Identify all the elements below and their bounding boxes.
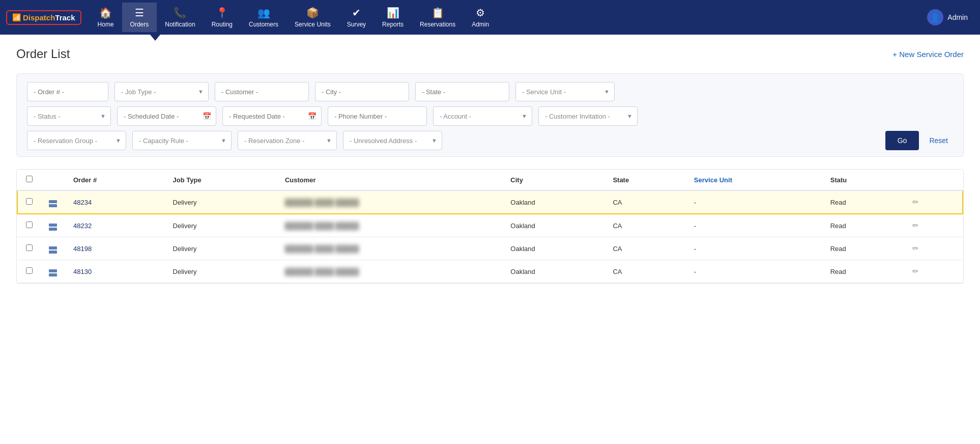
state-input[interactable] — [415, 82, 509, 101]
customers-icon: 👥 — [257, 7, 270, 19]
edit-icon[interactable]: ✏ — [912, 198, 919, 206]
service-units-icon: 📦 — [306, 7, 319, 19]
row-state: CA — [604, 214, 685, 237]
actions-header — [904, 170, 963, 190]
service-unit-select[interactable]: - Service Unit - — [515, 82, 615, 101]
nav-routing-label: Routing — [212, 21, 233, 28]
customer-input[interactable] — [215, 82, 309, 101]
reset-button[interactable]: Reset — [924, 132, 953, 149]
row-status: Read — [822, 190, 904, 214]
row-state: CA — [604, 260, 685, 283]
nav-survey-label: Survey — [347, 21, 366, 28]
nav-home[interactable]: 🏠 Home — [90, 3, 122, 32]
page-title: Order List — [16, 47, 70, 61]
admin-avatar: 👤 — [927, 9, 943, 25]
logo-text: DispatchTrack — [23, 13, 75, 22]
nav-notification[interactable]: 📞 Notification — [157, 3, 203, 32]
reservation-zone-select[interactable]: - Reservation Zone - — [238, 131, 337, 150]
row-edit-cell: ✏ — [904, 214, 963, 237]
row-icon-cell — [41, 237, 65, 260]
nav-survey[interactable]: ✔ Survey — [339, 3, 374, 32]
nav-reservations[interactable]: 📋 Reservations — [412, 3, 464, 32]
nav-service-units[interactable]: 📦 Service Units — [286, 3, 339, 32]
row-status: Read — [822, 214, 904, 237]
row-order-num[interactable]: 48130 — [65, 260, 165, 283]
order-number-input[interactable] — [27, 82, 108, 101]
survey-icon: ✔ — [352, 7, 361, 19]
nav-reports-label: Reports — [382, 21, 403, 28]
edit-icon[interactable]: ✏ — [912, 267, 919, 275]
scheduled-date-wrapper: 📅 — [117, 106, 216, 126]
row-status: Read — [822, 260, 904, 283]
page-header: Order List + New Service Order — [16, 47, 964, 61]
service-unit-wrapper: - Service Unit - ▼ — [515, 82, 615, 101]
row-customer: ██████ ████ █████ — [277, 214, 502, 237]
order-detail-icon[interactable] — [49, 246, 57, 254]
unresolved-address-select[interactable]: - Unresolved Address - — [343, 131, 442, 150]
row-checkbox-3[interactable] — [26, 267, 33, 274]
nav-reports[interactable]: 📊 Reports — [374, 3, 412, 32]
job-type-select[interactable]: - Job Type - — [114, 82, 209, 101]
logo[interactable]: 📶 DispatchTrack — [6, 10, 81, 25]
nav-routing[interactable]: 📍 Routing — [204, 3, 241, 32]
select-all-checkbox[interactable] — [26, 176, 33, 182]
filter-row-1: - Job Type - ▼ - Service Unit - ▼ — [27, 82, 953, 101]
new-service-order-button[interactable]: + New Service Order — [892, 50, 964, 59]
reports-icon: 📊 — [387, 7, 399, 19]
row-checkbox-cell — [17, 260, 41, 283]
orders-table-container: Order # Job Type Customer City State — [16, 169, 964, 284]
orders-icon: ☰ — [135, 7, 144, 19]
requested-date-input[interactable] — [222, 106, 322, 126]
status-select[interactable]: - Status - — [27, 106, 111, 126]
go-button[interactable]: Go — [885, 131, 919, 150]
row-edit-cell: ✏ — [904, 190, 963, 214]
service-unit-header: Service Unit — [686, 170, 822, 190]
row-icon-cell — [41, 260, 65, 283]
row-city: Oakland — [502, 260, 604, 283]
customer-invitation-select[interactable]: - Customer Invitation - — [538, 106, 638, 126]
order-detail-icon[interactable] — [49, 224, 57, 231]
capacity-rule-select[interactable]: - Capacity Rule - — [132, 131, 232, 150]
row-customer: ██████ ████ █████ — [277, 237, 502, 260]
reservation-zone-wrapper: - Reservation Zone - ▼ — [238, 131, 337, 150]
account-select[interactable]: - Account - — [433, 106, 532, 126]
row-job-type: Delivery — [165, 190, 277, 214]
row-state: CA — [604, 237, 685, 260]
icon-col-header — [41, 170, 65, 190]
city-input[interactable] — [315, 82, 409, 101]
order-detail-icon[interactable] — [49, 200, 57, 207]
filter-actions: Go Reset — [885, 131, 953, 150]
nav-admin-label: Admin — [472, 21, 489, 28]
row-city: Oakland — [502, 237, 604, 260]
order-detail-icon[interactable] — [49, 269, 57, 276]
edit-icon[interactable]: ✏ — [912, 244, 919, 253]
row-checkbox-2[interactable] — [26, 244, 33, 251]
scheduled-date-input[interactable] — [117, 106, 216, 126]
nav-service-units-label: Service Units — [295, 21, 331, 28]
row-order-num[interactable]: 48232 — [65, 214, 165, 237]
nav-indicator — [150, 35, 160, 41]
phone-input[interactable] — [328, 106, 427, 126]
row-service-unit: - — [686, 260, 822, 283]
row-order-num[interactable]: 48234 — [65, 190, 165, 214]
admin-profile[interactable]: 👤 Admin — [921, 5, 974, 30]
nav-home-label: Home — [98, 21, 114, 28]
city-header: City — [502, 170, 604, 190]
home-icon: 🏠 — [99, 7, 112, 19]
row-job-type: Delivery — [165, 260, 277, 283]
edit-icon[interactable]: ✏ — [912, 221, 919, 230]
table-header: Order # Job Type Customer City State — [17, 170, 963, 190]
reservation-group-select[interactable]: - Reservation Group - — [27, 131, 126, 150]
row-service-unit: - — [686, 237, 822, 260]
customer-invitation-wrapper: - Customer Invitation - ▼ — [538, 106, 638, 126]
nav-admin[interactable]: ⚙ Admin — [464, 3, 497, 32]
nav-customers[interactable]: 👥 Customers — [241, 3, 286, 32]
nav-orders[interactable]: ☰ Orders — [122, 3, 157, 32]
row-checkbox-0[interactable] — [26, 198, 33, 205]
main-content: Order List + New Service Order - Job Typ… — [0, 35, 980, 444]
job-type-header: Job Type — [165, 170, 277, 190]
row-order-num[interactable]: 48198 — [65, 237, 165, 260]
filter-row-2: - Status - ▼ 📅 📅 - Account - ▼ — [27, 106, 953, 126]
row-checkbox-cell — [17, 237, 41, 260]
row-checkbox-1[interactable] — [26, 221, 33, 228]
